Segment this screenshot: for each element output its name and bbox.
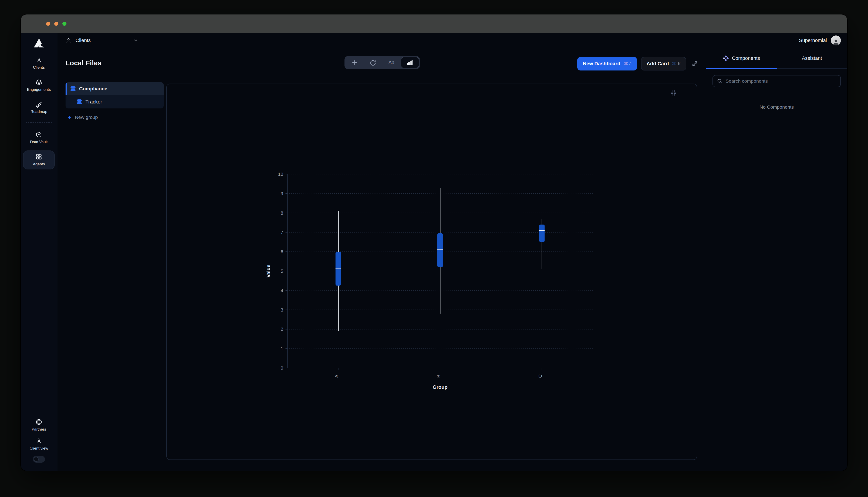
new-dashboard-shortcut: ⌘ J — [624, 61, 632, 67]
tab-label: Components — [732, 55, 760, 61]
svg-text:10: 10 — [278, 171, 283, 177]
plus-icon — [351, 59, 358, 66]
svg-text:A: A — [334, 374, 339, 378]
rocket-icon — [36, 101, 42, 108]
file-tree: Compliance Tracker + New group — [66, 82, 164, 120]
svg-text:1: 1 — [281, 346, 283, 351]
user-icon — [36, 438, 42, 444]
expand-button[interactable] — [691, 60, 699, 67]
add-view-button[interactable] — [346, 57, 364, 68]
new-dashboard-button[interactable]: New Dashboard ⌘ J — [577, 57, 637, 70]
tree-item-tracker[interactable]: Tracker — [66, 95, 164, 109]
sidebar-item-label: Roadmap — [30, 110, 47, 114]
sidebar-item-client-view[interactable]: Client view — [23, 435, 55, 454]
chevron-down-icon — [134, 38, 138, 43]
svg-text:9: 9 — [281, 191, 283, 196]
svg-text:7: 7 — [281, 229, 283, 235]
layers-icon — [36, 79, 42, 86]
svg-text:B: B — [436, 374, 441, 378]
sidebar-divider — [26, 123, 52, 123]
box-plot-chart: 012345678910ABCGroupValue — [167, 84, 697, 459]
tree-item-label: Tracker — [85, 99, 102, 105]
svg-text:Value: Value — [266, 265, 271, 278]
document-icon — [77, 99, 82, 104]
toggle-knob — [34, 457, 39, 462]
avatar[interactable] — [831, 36, 841, 45]
sidebar-item-label: Partners — [32, 427, 46, 432]
text-style-icon: Aa — [388, 60, 394, 66]
svg-text:Group: Group — [433, 384, 448, 390]
app-logo-icon — [34, 39, 44, 47]
minimize-window-button[interactable] — [54, 22, 58, 26]
document-icon — [71, 86, 75, 91]
plus-icon: + — [68, 114, 71, 120]
person-silhouette-icon — [832, 38, 840, 45]
new-group-button[interactable]: + New group — [66, 114, 164, 120]
svg-text:2: 2 — [281, 326, 283, 332]
expand-diagonal-icon — [691, 60, 699, 67]
grid-icon — [36, 153, 42, 160]
svg-text:0: 0 — [281, 365, 283, 370]
svg-text:8: 8 — [281, 210, 283, 215]
add-card-shortcut: ⌘ K — [672, 61, 681, 67]
components-panel: Components Assistant No Components — [706, 48, 847, 471]
chart-view-button[interactable] — [401, 57, 419, 68]
search-components-input[interactable] — [726, 79, 836, 84]
traffic-lights — [46, 22, 67, 26]
svg-text:3: 3 — [281, 307, 283, 312]
app-window: Clients Engagements Roadmap Data Vault — [21, 14, 847, 471]
sidebar-item-clients[interactable]: Clients — [23, 54, 55, 73]
add-card-label: Add Card — [646, 61, 669, 67]
search-components-box — [713, 75, 841, 87]
svg-text:5: 5 — [281, 268, 283, 273]
svg-text:C: C — [537, 374, 543, 378]
refresh-icon — [370, 59, 376, 66]
page-title: Local Files — [66, 59, 101, 67]
sidebar-item-agents[interactable]: Agents — [23, 151, 55, 169]
selection-bar — [66, 82, 67, 95]
window-titlebar — [21, 14, 847, 33]
sidebar-item-label: Agents — [33, 162, 45, 167]
bar-chart-icon — [407, 59, 413, 66]
user-icon — [36, 57, 42, 63]
close-window-button[interactable] — [46, 22, 50, 26]
user-icon — [66, 38, 71, 43]
topbar: Clients Supernomial — [57, 33, 847, 48]
new-group-label: New group — [75, 115, 98, 120]
user-menu[interactable]: Supernomial — [799, 36, 841, 45]
tab-components[interactable]: Components — [706, 48, 777, 68]
sidebar-item-engagements[interactable]: Engagements — [23, 76, 55, 95]
globe-icon — [36, 418, 42, 425]
sidebar-item-partners[interactable]: Partners — [23, 416, 55, 435]
workspace-selector[interactable]: Clients — [66, 38, 138, 43]
sidebar-item-label: Clients — [33, 65, 45, 70]
screenshot-stage: Clients Engagements Roadmap Data Vault — [0, 0, 868, 497]
refresh-view-button[interactable] — [364, 57, 382, 68]
main-area: Local Files Aa — [57, 48, 706, 471]
workspace-label: Clients — [75, 38, 90, 43]
sidebar-item-roadmap[interactable]: Roadmap — [23, 98, 55, 117]
sidebar-item-label: Client view — [30, 446, 48, 451]
tab-assistant[interactable]: Assistant — [777, 48, 847, 68]
panel-tabs: Components Assistant — [706, 48, 847, 69]
text-view-button[interactable]: Aa — [382, 57, 401, 68]
add-card-button[interactable]: Add Card ⌘ K — [641, 57, 686, 70]
chart-card[interactable]: 012345678910ABCGroupValue — [166, 84, 697, 460]
tree-item-compliance[interactable]: Compliance — [66, 82, 164, 95]
sidebar-item-label: Data Vault — [30, 140, 48, 144]
tab-label: Assistant — [802, 55, 822, 61]
zoom-window-button[interactable] — [62, 22, 67, 26]
sidebar-item-data-vault[interactable]: Data Vault — [23, 128, 55, 147]
cube-icon — [36, 131, 42, 138]
sidebar-item-label: Engagements — [27, 87, 51, 92]
empty-state-text: No Components — [706, 104, 847, 110]
search-icon — [717, 79, 723, 84]
tree-item-label: Compliance — [79, 86, 107, 92]
client-view-toggle[interactable] — [33, 456, 45, 463]
svg-text:6: 6 — [281, 249, 283, 254]
diamonds-icon — [723, 55, 729, 61]
view-toolbar: Aa — [345, 56, 420, 69]
new-dashboard-label: New Dashboard — [583, 61, 620, 67]
svg-text:4: 4 — [281, 288, 283, 293]
user-name: Supernomial — [799, 38, 827, 43]
